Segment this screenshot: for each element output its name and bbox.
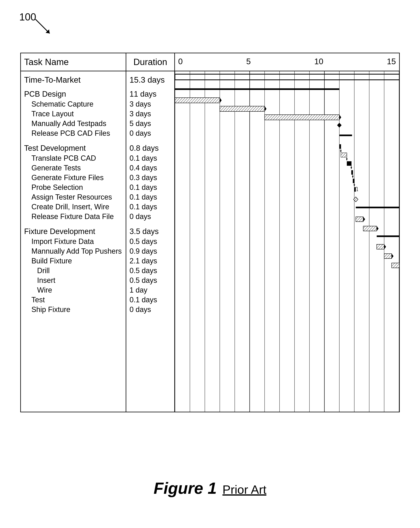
bar-create-drill-insert-wire: [354, 187, 356, 192]
chart-header: Task Name Duration 0 5 10 15: [21, 53, 399, 71]
svg-marker-31: [352, 176, 354, 178]
dur-generate-fixture-files: 0.3 days: [126, 173, 174, 182]
duration-header: Duration: [126, 53, 175, 71]
task-release-fixture-data-file: Release Fixture Data File: [21, 212, 126, 221]
bar-drill: [377, 244, 384, 249]
scale-15: 15: [387, 57, 396, 66]
bar-import-fixture-data: [356, 217, 363, 222]
dur-ship-fixture: 0 days: [126, 305, 174, 316]
dur-probe-selection: 0.1 days: [126, 182, 174, 192]
task-manually-add-testpads: Manually Add Testpads: [21, 119, 126, 129]
dur-pcb-design: 11 days: [126, 89, 174, 99]
task-pcb-design: PCB Design: [21, 89, 126, 99]
task-insert: Insert: [21, 276, 126, 285]
bar-time-to-market: [175, 74, 399, 80]
chart-body: Time-To-Market PCB Design Schematic Capt…: [21, 71, 399, 412]
task-fixture-development: Fixture Development: [21, 226, 126, 237]
dur-schematic-capture: 3 days: [126, 99, 174, 109]
svg-marker-39: [377, 226, 378, 231]
task-mannually-add-top-pushers: Mannually Add Top Pushers: [21, 246, 126, 256]
milestone-schematic: [220, 98, 222, 103]
bar-insert: [384, 254, 392, 259]
svg-marker-27: [346, 158, 347, 161]
dur-build-fixture: 2.1 days: [126, 256, 174, 266]
dur-insert: 0.5 days: [126, 276, 174, 285]
bar-probe-selection: [351, 170, 353, 175]
scale-0: 0: [178, 57, 183, 66]
dur-wire: 1 day: [126, 285, 174, 295]
svg-marker-29: [350, 167, 352, 169]
task-generate-tests: Generate Tests: [21, 163, 126, 173]
scale-10: 10: [314, 57, 323, 66]
task-probe-selection: Probe Selection: [21, 182, 126, 192]
task-drill: Drill: [21, 266, 126, 276]
bar-wire: [392, 263, 399, 268]
dur-test: 0.1 days: [126, 295, 174, 305]
task-assign-tester-resources: Assign Tester Resources: [21, 192, 126, 202]
bar-assign-tester-resources: [353, 179, 354, 183]
dur-release-fixture-data-file: 0 days: [126, 212, 174, 221]
dur-translate-pcb-cad: 0.1 days: [126, 153, 174, 163]
dur-fixture-development: 3.5 days: [126, 226, 174, 237]
svg-marker-33: [354, 184, 355, 187]
dur-release-pcb-cad: 0 days: [126, 129, 174, 138]
page: 100 Task Name Duration 0 5 10 15 T: [0, 0, 420, 528]
task-schematic-capture: Schematic Capture: [21, 99, 126, 109]
task-import-fixture-data: Import Fixture Data: [21, 237, 126, 246]
bar-trace-layout: [220, 106, 265, 111]
dur-test-development: 0.8 days: [126, 143, 174, 153]
task-release-pcb-cad: Release PCB CAD Files: [21, 129, 126, 138]
task-time-to-market: Time-To-Market: [21, 73, 126, 85]
milestone-manually-add-testpads: [339, 115, 341, 120]
svg-marker-40: [384, 244, 386, 249]
figure-label: Prior Art: [222, 483, 266, 496]
dur-drill: 0.5 days: [126, 266, 174, 276]
dur-manually-add-testpads: 5 days: [126, 119, 174, 129]
gantt-chart: Task Name Duration 0 5 10 15 Time-To-Mar…: [20, 53, 400, 412]
task-name-header: Task Name: [21, 53, 126, 71]
figure-number: Figure 1: [154, 479, 217, 497]
dur-trace-layout: 3 days: [126, 109, 174, 119]
figure-caption: Figure 1 Prior Art: [154, 479, 266, 498]
task-names-column: Time-To-Market PCB Design Schematic Capt…: [21, 71, 126, 412]
bar-manually-add-testpads: [265, 115, 339, 120]
milestone-trace-layout: [265, 106, 266, 111]
task-create-drill-insert-wire: Create Drill, Insert, Wire: [21, 202, 126, 212]
dur-assign-tester-resources: 0.1 days: [126, 192, 174, 202]
dur-create-drill-insert-wire: 0.1 days: [126, 202, 174, 212]
task-build-fixture: Build Fixture: [21, 256, 126, 266]
task-ship-fixture: Ship Fixture: [21, 305, 126, 316]
durations-column: 15.3 days 11 days 3 days 3 days 5 days 0…: [126, 71, 175, 412]
dur-generate-tests: 0.4 days: [126, 163, 174, 173]
task-translate-pcb-cad: Translate PCB CAD: [21, 153, 126, 163]
svg-marker-38: [363, 217, 365, 222]
task-trace-layout: Trace Layout: [21, 109, 126, 119]
dur-import-fixture-data: 0.5 days: [126, 237, 174, 246]
gantt-bars-column: [175, 71, 399, 412]
milestone-release-pcb-cad: [337, 123, 342, 128]
bar-generate-tests: [341, 153, 347, 157]
ref-arrow: [35, 18, 53, 36]
task-generate-fixture-files: Generate Fixture Files: [21, 173, 126, 182]
dur-mannually-add-top-pushers: 0.9 days: [126, 246, 174, 256]
svg-marker-25: [340, 150, 342, 153]
gantt-scale-header: 0 5 10 15: [175, 53, 399, 71]
scale-5: 5: [246, 57, 251, 66]
task-test: Test: [21, 295, 126, 305]
bar-mannually-add-top-pushers: [363, 226, 377, 231]
task-wire: Wire: [21, 285, 126, 295]
bar-generate-fixture-files: [347, 161, 351, 166]
task-test-development: Test Development: [21, 143, 126, 153]
bar-translate-pcb-cad: [339, 144, 341, 149]
bar-schematic-capture: [175, 98, 220, 103]
ref-number: 100: [19, 11, 36, 23]
svg-marker-41: [392, 254, 394, 259]
dur-time-to-market: 15.3 days: [126, 73, 174, 85]
gantt-svg: [175, 71, 399, 412]
